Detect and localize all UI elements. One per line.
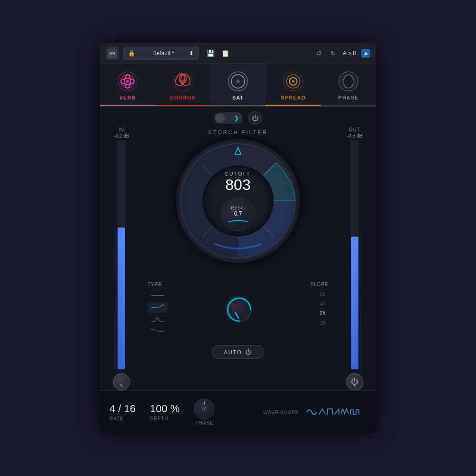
topbar-right: ↺ ↻ A > B ≡ — [314, 49, 370, 58]
filter-type-highpass[interactable] — [148, 326, 168, 337]
flat-shape-icon — [150, 292, 165, 299]
svg-point-12 — [237, 80, 239, 83]
fx-tabs: VERB CHORUS — [100, 64, 376, 107]
slope-1x[interactable]: 1X — [317, 319, 328, 327]
filter-type-lowpass[interactable] — [148, 302, 168, 313]
chorus-icon — [171, 70, 194, 93]
reso-value: 0.7 — [234, 210, 242, 217]
tab-verb[interactable]: VERB — [100, 64, 155, 106]
wave-shape-icons[interactable] — [305, 405, 367, 419]
vu-out: OUT -0.5 dB ⏻ — [343, 127, 367, 390]
filter-toggle[interactable]: ❯ — [214, 112, 243, 124]
copy-icon[interactable]: 📋 — [219, 49, 231, 58]
main-content: ❯ ⏻ IN -0.2 dB STORCH FILTER — [100, 107, 376, 390]
knob-arc-svg — [226, 297, 252, 323]
slope-label: SLOPE — [310, 282, 328, 287]
rate-value: 4 / 16 — [109, 403, 136, 415]
input-knob[interactable] — [113, 373, 130, 390]
svg-point-6 — [126, 80, 129, 83]
bottom-section: 4 / 16 RATE 100 % DEPTH 0° PHASE WAVE SH… — [100, 390, 376, 433]
filter-knob-container: CUTOFF 803 RESO 0.7 — [176, 139, 300, 263]
vu-in-meter — [118, 140, 125, 369]
vu-out-db: -0.5 dB — [347, 133, 362, 139]
phase-marker — [204, 401, 205, 405]
spread-icon — [282, 70, 305, 93]
dropdown-arrow: ⬍ — [189, 50, 194, 57]
preset-dropdown[interactable]: 🔒 Default * ⬍ — [123, 47, 199, 60]
redo-icon[interactable]: ↻ — [328, 49, 338, 58]
tab-sat-label: SAT — [232, 95, 244, 100]
undo-icon[interactable]: ↺ — [314, 49, 324, 58]
filter-display[interactable]: CUTOFF 803 RESO 0.7 — [202, 165, 274, 237]
filter-type-section: TYPE — [148, 282, 168, 337]
highpass-shape-icon — [150, 327, 165, 335]
vu-in-label: IN — [119, 127, 124, 132]
tab-chorus-label: CHORUS — [170, 95, 196, 100]
output-knob[interactable]: ⏻ — [346, 373, 363, 390]
filter-type-bandpass[interactable] — [148, 314, 168, 325]
reso-arc-svg — [226, 218, 250, 223]
svg-point-8 — [181, 79, 185, 83]
tab-spread[interactable]: SPREAD — [266, 64, 321, 106]
vu-out-fill — [351, 237, 358, 369]
vu-out-label: OUT — [349, 127, 360, 132]
filter-mode-knob-wrap — [177, 282, 301, 337]
rate-label: RATE — [109, 416, 124, 421]
phase-icon — [337, 70, 360, 93]
depth-label: DEPTH — [150, 416, 169, 421]
lowpass-shape-icon — [150, 304, 165, 311]
filter-type-flat[interactable] — [148, 290, 168, 301]
filter-bottom: TYPE — [138, 277, 338, 341]
power-button[interactable]: ⏻ — [248, 111, 262, 125]
auto-label: AUTO — [224, 349, 242, 355]
svg-text:SB: SB — [109, 51, 116, 56]
tab-phase-label: PHASE — [338, 95, 359, 100]
depth-value: 100 % — [150, 403, 179, 415]
auto-power-icon: ⏻ — [245, 348, 252, 356]
filter-toggle-row: ❯ ⏻ — [100, 107, 376, 127]
filter-center: STORCH FILTER — [138, 127, 338, 390]
slope-4x[interactable]: 4X — [317, 300, 328, 308]
rate-param: 4 / 16 RATE — [109, 403, 136, 421]
tab-chorus[interactable]: CHORUS — [155, 64, 210, 106]
center-section: IN -0.2 dB STORCH FILTER — [100, 127, 376, 390]
svg-point-19 — [344, 75, 353, 88]
auto-btn-wrap: AUTO ⏻ — [212, 341, 264, 363]
tab-verb-label: VERB — [119, 95, 136, 100]
slope-6x[interactable]: 6X — [317, 290, 328, 298]
tab-sat[interactable]: SAT — [210, 64, 266, 106]
svg-point-29 — [348, 375, 363, 390]
save-icon[interactable]: 💾 — [205, 49, 217, 58]
plugin-window: SB 🔒 Default * ⬍ 💾 📋 ↺ ↻ A > B ≡ — [100, 43, 376, 433]
svg-point-16 — [292, 80, 295, 83]
vu-in-db: -0.2 dB — [114, 133, 129, 139]
vu-in: IN -0.2 dB — [109, 127, 133, 390]
slope-2x[interactable]: 2X — [317, 309, 328, 317]
cutoff-value: 803 — [225, 177, 250, 193]
preset-name: Default * — [152, 50, 174, 57]
tab-spread-label: SPREAD — [281, 95, 306, 100]
storch-filter-label: STORCH FILTER — [208, 129, 268, 135]
phase-label: PHASE — [195, 420, 214, 426]
notes-button[interactable]: ≡ — [361, 49, 370, 58]
ab-button[interactable]: A > B — [343, 50, 357, 57]
tab-phase[interactable]: PHASE — [321, 64, 376, 106]
filter-mode-knob[interactable] — [226, 296, 252, 322]
toggle-thumb — [215, 113, 225, 123]
sat-icon — [227, 70, 249, 93]
phase-knob[interactable]: 0° — [194, 398, 215, 419]
lock-icon: 🔒 — [128, 50, 135, 57]
type-label: TYPE — [148, 282, 168, 287]
output-knob-ring — [347, 374, 364, 391]
top-bar: SB 🔒 Default * ⬍ 💾 📋 ↺ ↻ A > B ≡ — [100, 43, 376, 64]
verb-icon — [116, 70, 139, 93]
phase-degree: 0° — [202, 407, 207, 411]
depth-param: 100 % DEPTH — [150, 403, 179, 421]
topbar-icons: 💾 📋 — [205, 49, 231, 58]
logo: SB — [106, 47, 119, 60]
wave-shapes: WAVE SHAPE — [229, 405, 367, 419]
toggle-arrow: ❯ — [234, 115, 239, 121]
auto-button[interactable]: AUTO ⏻ — [212, 345, 264, 359]
reso-label: RESO — [231, 206, 245, 210]
reso-knob[interactable]: RESO 0.7 — [221, 198, 255, 231]
